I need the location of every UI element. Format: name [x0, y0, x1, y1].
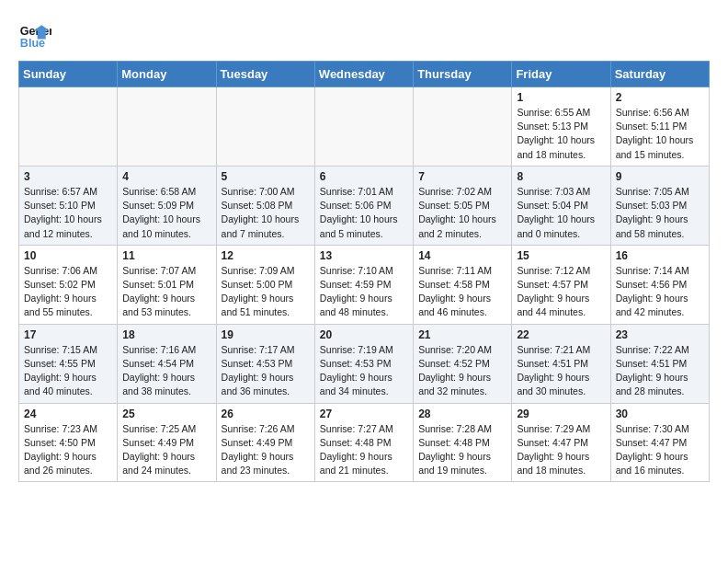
day-info: Sunrise: 6:56 AM Sunset: 5:11 PM Dayligh… [616, 106, 704, 162]
day-info: Sunrise: 7:01 AM Sunset: 5:06 PM Dayligh… [320, 185, 408, 241]
day-info: Sunrise: 7:02 AM Sunset: 5:05 PM Dayligh… [418, 185, 506, 241]
logo: General Blue [18, 18, 51, 52]
day-number: 19 [222, 328, 310, 341]
day-number: 8 [517, 170, 605, 183]
day-info: Sunrise: 7:20 AM Sunset: 4:52 PM Dayligh… [418, 343, 506, 399]
day-header-tuesday: Tuesday [216, 62, 314, 87]
day-cell: 16Sunrise: 7:14 AM Sunset: 4:56 PM Dayli… [610, 245, 709, 324]
day-info: Sunrise: 7:23 AM Sunset: 4:50 PM Dayligh… [24, 422, 112, 478]
day-cell: 7Sunrise: 7:02 AM Sunset: 5:05 PM Daylig… [414, 166, 512, 245]
day-cell: 10Sunrise: 7:06 AM Sunset: 5:02 PM Dayli… [19, 245, 118, 324]
day-number: 12 [222, 249, 310, 262]
day-number: 22 [517, 328, 605, 341]
day-info: Sunrise: 7:27 AM Sunset: 4:48 PM Dayligh… [320, 422, 408, 478]
day-cell: 26Sunrise: 7:26 AM Sunset: 4:49 PM Dayli… [216, 403, 314, 482]
logo-icon: General Blue [18, 18, 51, 52]
day-number: 20 [320, 328, 408, 341]
day-number: 1 [517, 91, 605, 104]
day-cell: 27Sunrise: 7:27 AM Sunset: 4:48 PM Dayli… [314, 403, 413, 482]
day-cell: 24Sunrise: 7:23 AM Sunset: 4:50 PM Dayli… [19, 403, 118, 482]
day-info: Sunrise: 7:16 AM Sunset: 4:54 PM Dayligh… [122, 343, 210, 399]
day-info: Sunrise: 7:30 AM Sunset: 4:47 PM Dayligh… [616, 422, 704, 478]
day-info: Sunrise: 7:15 AM Sunset: 4:55 PM Dayligh… [24, 343, 112, 399]
day-cell: 3Sunrise: 6:57 AM Sunset: 5:10 PM Daylig… [19, 166, 118, 245]
day-number: 23 [616, 328, 704, 341]
day-cell: 19Sunrise: 7:17 AM Sunset: 4:53 PM Dayli… [216, 324, 314, 403]
day-info: Sunrise: 7:21 AM Sunset: 4:51 PM Dayligh… [517, 343, 605, 399]
day-cell: 9Sunrise: 7:05 AM Sunset: 5:03 PM Daylig… [610, 166, 709, 245]
day-cell: 25Sunrise: 7:25 AM Sunset: 4:49 PM Dayli… [118, 403, 216, 482]
day-header-thursday: Thursday [414, 62, 512, 87]
day-number: 6 [320, 170, 408, 183]
day-cell: 13Sunrise: 7:10 AM Sunset: 4:59 PM Dayli… [314, 245, 413, 324]
day-info: Sunrise: 7:11 AM Sunset: 4:58 PM Dayligh… [418, 264, 506, 320]
day-number: 30 [616, 408, 704, 420]
day-cell: 18Sunrise: 7:16 AM Sunset: 4:54 PM Dayli… [118, 324, 216, 403]
day-cell [314, 87, 413, 167]
day-number: 25 [122, 408, 210, 420]
day-info: Sunrise: 7:29 AM Sunset: 4:47 PM Dayligh… [517, 422, 605, 478]
day-info: Sunrise: 7:05 AM Sunset: 5:03 PM Dayligh… [616, 185, 704, 241]
day-header-saturday: Saturday [610, 62, 709, 87]
day-cell: 1Sunrise: 6:55 AM Sunset: 5:13 PM Daylig… [512, 87, 610, 167]
week-row-5: 24Sunrise: 7:23 AM Sunset: 4:50 PM Dayli… [19, 403, 710, 482]
day-info: Sunrise: 7:06 AM Sunset: 5:02 PM Dayligh… [24, 264, 112, 320]
day-number: 13 [320, 249, 408, 262]
day-info: Sunrise: 7:28 AM Sunset: 4:48 PM Dayligh… [418, 422, 506, 478]
day-header-wednesday: Wednesday [314, 62, 413, 87]
day-number: 11 [122, 249, 210, 262]
week-row-1: 1Sunrise: 6:55 AM Sunset: 5:13 PM Daylig… [19, 87, 710, 167]
day-cell: 22Sunrise: 7:21 AM Sunset: 4:51 PM Dayli… [512, 324, 610, 403]
day-info: Sunrise: 7:12 AM Sunset: 4:57 PM Dayligh… [517, 264, 605, 320]
day-cell [118, 87, 216, 167]
day-info: Sunrise: 6:58 AM Sunset: 5:09 PM Dayligh… [122, 185, 210, 241]
week-row-3: 10Sunrise: 7:06 AM Sunset: 5:02 PM Dayli… [19, 245, 710, 324]
day-cell: 21Sunrise: 7:20 AM Sunset: 4:52 PM Dayli… [414, 324, 512, 403]
week-row-2: 3Sunrise: 6:57 AM Sunset: 5:10 PM Daylig… [19, 166, 710, 245]
day-number: 7 [418, 170, 506, 183]
day-number: 24 [24, 408, 112, 420]
day-number: 28 [418, 408, 506, 420]
day-info: Sunrise: 7:14 AM Sunset: 4:56 PM Dayligh… [616, 264, 704, 320]
day-info: Sunrise: 7:07 AM Sunset: 5:01 PM Dayligh… [122, 264, 210, 320]
day-cell: 6Sunrise: 7:01 AM Sunset: 5:06 PM Daylig… [314, 166, 413, 245]
day-cell: 29Sunrise: 7:29 AM Sunset: 4:47 PM Dayli… [512, 403, 610, 482]
day-number: 14 [418, 249, 506, 262]
day-cell: 15Sunrise: 7:12 AM Sunset: 4:57 PM Dayli… [512, 245, 610, 324]
week-row-4: 17Sunrise: 7:15 AM Sunset: 4:55 PM Dayli… [19, 324, 710, 403]
day-cell: 28Sunrise: 7:28 AM Sunset: 4:48 PM Dayli… [414, 403, 512, 482]
day-info: Sunrise: 7:17 AM Sunset: 4:53 PM Dayligh… [222, 343, 310, 399]
day-cell: 14Sunrise: 7:11 AM Sunset: 4:58 PM Dayli… [414, 245, 512, 324]
day-number: 9 [616, 170, 704, 183]
day-number: 26 [222, 408, 310, 420]
day-header-monday: Monday [118, 62, 216, 87]
day-cell: 8Sunrise: 7:03 AM Sunset: 5:04 PM Daylig… [512, 166, 610, 245]
day-number: 10 [24, 249, 112, 262]
day-info: Sunrise: 7:25 AM Sunset: 4:49 PM Dayligh… [122, 422, 210, 478]
day-cell: 30Sunrise: 7:30 AM Sunset: 4:47 PM Dayli… [610, 403, 709, 482]
day-header-sunday: Sunday [19, 62, 118, 87]
day-info: Sunrise: 7:00 AM Sunset: 5:08 PM Dayligh… [222, 185, 310, 241]
day-cell: 17Sunrise: 7:15 AM Sunset: 4:55 PM Dayli… [19, 324, 118, 403]
day-number: 2 [616, 91, 704, 104]
day-info: Sunrise: 7:03 AM Sunset: 5:04 PM Dayligh… [517, 185, 605, 241]
day-number: 15 [517, 249, 605, 262]
day-cell: 2Sunrise: 6:56 AM Sunset: 5:11 PM Daylig… [610, 87, 709, 167]
day-number: 4 [122, 170, 210, 183]
day-info: Sunrise: 7:26 AM Sunset: 4:49 PM Dayligh… [222, 422, 310, 478]
day-number: 27 [320, 408, 408, 420]
day-number: 3 [24, 170, 112, 183]
day-info: Sunrise: 7:10 AM Sunset: 4:59 PM Dayligh… [320, 264, 408, 320]
day-number: 21 [418, 328, 506, 341]
day-info: Sunrise: 7:09 AM Sunset: 5:00 PM Dayligh… [222, 264, 310, 320]
day-number: 18 [122, 328, 210, 341]
day-number: 29 [517, 408, 605, 420]
day-cell [216, 87, 314, 167]
day-cell: 5Sunrise: 7:00 AM Sunset: 5:08 PM Daylig… [216, 166, 314, 245]
day-cell: 4Sunrise: 6:58 AM Sunset: 5:09 PM Daylig… [118, 166, 216, 245]
calendar-header-row: SundayMondayTuesdayWednesdayThursdayFrid… [19, 62, 710, 87]
day-info: Sunrise: 6:57 AM Sunset: 5:10 PM Dayligh… [24, 185, 112, 241]
day-number: 17 [24, 328, 112, 341]
day-number: 5 [222, 170, 310, 183]
calendar: SundayMondayTuesdayWednesdayThursdayFrid… [18, 61, 710, 482]
